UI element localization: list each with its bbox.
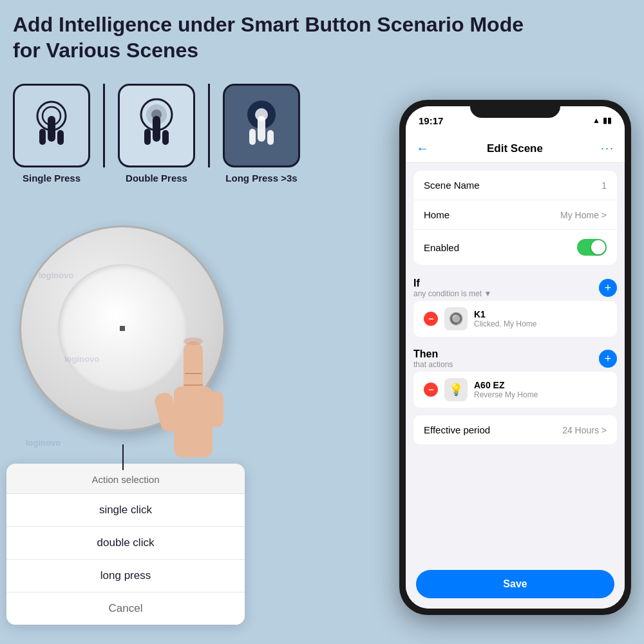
- svg-rect-13: [258, 116, 265, 142]
- double-press-icon: [134, 97, 179, 155]
- single-press-icon: [29, 97, 74, 155]
- home-value: My Home >: [560, 210, 607, 220]
- svg-rect-22: [207, 392, 223, 427]
- icon-divider-2: [208, 84, 210, 167]
- svg-rect-9: [144, 129, 151, 145]
- scene-info-card: Scene Name 1 Home My Home > Enabled: [413, 171, 617, 265]
- long-press-option[interactable]: long press: [6, 560, 245, 592]
- connector-line: [122, 444, 124, 470]
- if-section-header: If any condition is met ▼ +: [406, 272, 625, 301]
- page-title: Add Intelligence under Smart Button Scen…: [13, 12, 631, 63]
- enabled-label: Enabled: [424, 242, 459, 253]
- home-label: Home: [424, 209, 450, 220]
- add-if-button[interactable]: +: [599, 279, 617, 297]
- screen-title: Edit Scene: [487, 142, 543, 155]
- home-row: Home My Home >: [413, 200, 617, 230]
- enabled-toggle[interactable]: [577, 239, 607, 256]
- a60-icon: 💡: [444, 378, 468, 401]
- add-then-button[interactable]: +: [599, 350, 617, 368]
- then-subtext: that actions: [413, 360, 453, 369]
- if-subtext: any condition is met ▼: [413, 289, 491, 298]
- k1-info: K1 Clicked. My Home: [474, 309, 607, 328]
- if-device-item-0: − 🔘 K1 Clicked. My Home: [413, 301, 617, 337]
- svg-rect-3: [39, 129, 46, 145]
- finger-graphic: [155, 335, 232, 477]
- popup-header-text: Action selection: [91, 474, 159, 485]
- scene-name-row: Scene Name 1: [413, 171, 617, 200]
- effective-period-row[interactable]: Effective period 24 Hours >: [413, 415, 617, 444]
- k1-icon: 🔘: [444, 307, 468, 330]
- then-section-header: Then that actions +: [406, 343, 625, 372]
- enabled-row: Enabled: [413, 230, 617, 265]
- phone-outer: 19:17 ▲ ▮▮ ← Edit Scene ··· Scene Name 1: [399, 100, 631, 615]
- double-press-icon-box: [118, 84, 195, 167]
- long-press-icon-box: [223, 84, 300, 167]
- a60-name: A60 EZ: [474, 380, 607, 390]
- phone-wrapper: 19:17 ▲ ▮▮ ← Edit Scene ··· Scene Name 1: [399, 100, 631, 615]
- remove-then-item-button[interactable]: −: [424, 383, 438, 397]
- svg-rect-15: [267, 130, 274, 145]
- a60-sub: Reverse My Home: [474, 390, 607, 399]
- svg-rect-8: [153, 116, 160, 142]
- svg-rect-14: [249, 129, 256, 145]
- single-press-label: Single Press: [23, 173, 80, 184]
- title-area: Add Intelligence under Smart Button Scen…: [13, 12, 631, 63]
- svg-rect-17: [184, 341, 203, 399]
- battery-icon: ▮▮: [603, 116, 612, 125]
- press-item-single: Single Press: [13, 84, 90, 184]
- single-press-icon-box: [13, 84, 90, 167]
- double-press-label: Double Press: [126, 173, 187, 184]
- status-time: 19:17: [419, 115, 443, 126]
- effective-period-label: Effective period: [424, 424, 490, 435]
- status-icons: ▲ ▮▮: [592, 116, 612, 125]
- then-label: Then: [413, 348, 453, 360]
- svg-rect-2: [48, 116, 55, 142]
- app-content: Scene Name 1 Home My Home > Enabled: [406, 163, 625, 564]
- back-button[interactable]: ←: [416, 141, 429, 156]
- effective-period-value: 24 Hours >: [562, 425, 607, 435]
- single-click-option[interactable]: single click: [6, 494, 245, 527]
- toggle-thumb: [591, 240, 605, 254]
- svg-rect-4: [57, 130, 64, 145]
- if-label: If: [413, 278, 491, 289]
- long-press-label: Long Press >3s: [225, 173, 297, 184]
- wifi-icon: ▲: [592, 116, 600, 125]
- press-icons-row: Single Press Double Press: [13, 84, 300, 184]
- save-bar: Save: [406, 564, 625, 609]
- remove-if-item-button[interactable]: −: [424, 312, 438, 326]
- press-item-double: Double Press: [118, 84, 195, 184]
- long-press-icon: [239, 97, 284, 155]
- svg-rect-10: [162, 130, 169, 145]
- a60-info: A60 EZ Reverse My Home: [474, 380, 607, 399]
- scene-name-label: Scene Name: [424, 180, 480, 191]
- k1-name: K1: [474, 309, 607, 319]
- scene-name-value: 1: [601, 180, 607, 191]
- effective-period-section: Effective period 24 Hours >: [406, 415, 625, 444]
- svg-point-18: [184, 337, 203, 345]
- save-button[interactable]: Save: [416, 570, 614, 598]
- cancel-button[interactable]: Cancel: [6, 592, 245, 625]
- icon-divider-1: [103, 84, 105, 167]
- then-device-item-0: − 💡 A60 EZ Reverse My Home: [413, 372, 617, 408]
- more-button[interactable]: ···: [601, 142, 614, 155]
- action-selection-popup: Action selection single click double cli…: [6, 464, 245, 625]
- double-click-option[interactable]: double click: [6, 527, 245, 560]
- phone-notch: [470, 100, 560, 118]
- app-header: ← Edit Scene ···: [406, 135, 625, 163]
- press-item-long: Long Press >3s: [223, 84, 300, 184]
- phone-screen: 19:17 ▲ ▮▮ ← Edit Scene ··· Scene Name 1: [406, 106, 625, 609]
- k1-sub: Clicked. My Home: [474, 319, 607, 328]
